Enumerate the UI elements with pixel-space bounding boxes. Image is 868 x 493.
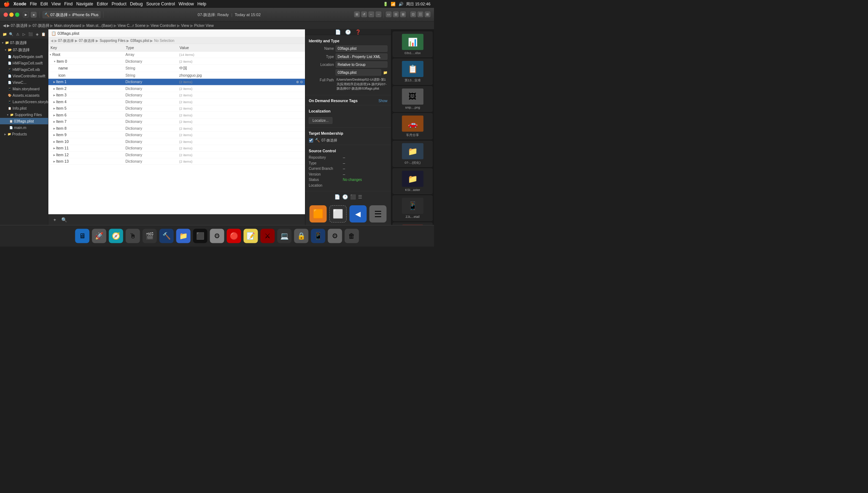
plist-row-name0[interactable]: nameString中国 — [48, 64, 305, 72]
plist-row-item0[interactable]: Item 0Dictionary(2 items) — [48, 58, 305, 65]
disclosure-closed[interactable] — [53, 140, 56, 143]
sidebar-item-launchscreen[interactable]: 📱 LaunchScreen.storyboard — [0, 99, 48, 105]
desk-icon-zjl[interactable]: 📱 ZJL...etail — [393, 196, 433, 221]
desk-icon-ksi[interactable]: 📁 KSI...aster — [393, 168, 433, 194]
dock-safari[interactable]: 🧭 — [109, 229, 123, 243]
disclosure-closed[interactable] — [53, 81, 56, 83]
sidebar-item-supporting[interactable]: ▼ 📁 Supporting Files — [0, 111, 48, 118]
dock-app4[interactable]: 💻 — [277, 229, 292, 243]
disclosure-open[interactable] — [49, 53, 52, 56]
desk-icon-car[interactable]: 🚗 车丹分享 — [393, 113, 433, 139]
dock-mouse[interactable]: 🖱 — [126, 229, 140, 243]
dock-finder[interactable]: 🖥 — [75, 229, 90, 243]
location-folder-btn[interactable]: 📁 — [383, 70, 388, 75]
plist-row-item9[interactable]: Item 9Dictionary(2 items) — [48, 131, 305, 138]
refresh-btn[interactable]: ↺ — [361, 11, 367, 17]
icon-tab-4[interactable]: ☰ — [358, 194, 362, 200]
plist-row-icon0[interactable]: iconStringzhongguo.jpg — [48, 72, 305, 79]
tool-icon-2[interactable]: ⬜ — [329, 205, 347, 222]
report-nav-btn[interactable]: 📋 — [41, 31, 46, 37]
assistant-editor-btn[interactable]: ⊟ — [393, 11, 399, 17]
row-remove-icon[interactable]: ⊖ — [300, 80, 303, 84]
disclosure-closed[interactable] — [53, 127, 56, 130]
navigator-panel-btn[interactable]: ⊡ — [410, 11, 416, 17]
row-add-icon[interactable]: ⊕ — [296, 80, 299, 84]
disclosure-closed[interactable] — [53, 94, 56, 97]
source-nav-btn[interactable]: 🔍 — [9, 31, 14, 37]
plist-nav-project[interactable]: 07-旗选择 — [58, 38, 74, 43]
navigator-toggle[interactable]: ⊞ — [354, 11, 360, 17]
disclosure-closed[interactable] — [53, 160, 56, 163]
plist-row-item10[interactable]: Item 10Dictionary(2 items) — [48, 138, 305, 145]
dock-app5[interactable]: 🔒 — [294, 229, 309, 243]
dock-files[interactable]: 📁 — [176, 229, 191, 243]
sidebar-item-hmflagscell-xib[interactable]: 📱 HMFlagsCell.xib — [0, 66, 48, 73]
test-nav-btn[interactable]: ▷ — [22, 31, 27, 37]
localize-button[interactable]: Localize... — [309, 117, 333, 124]
minimize-button[interactable] — [9, 13, 14, 17]
plist-row-item2[interactable]: Item 2Dictionary(2 items) — [48, 85, 305, 92]
dock-terminal[interactable]: ⬛ — [193, 229, 208, 243]
plist-nav-file[interactable]: 03flags.plist — [130, 39, 149, 43]
bc-picker[interactable]: Picker View — [194, 23, 214, 28]
plist-row-item13[interactable]: Item 13Dictionary(2 items) — [48, 158, 305, 165]
menu-edit[interactable]: Edit — [40, 1, 48, 6]
tool-icon-4[interactable]: ☰ — [369, 205, 386, 222]
bc-view[interactable]: View — [181, 23, 189, 28]
run-button[interactable]: ▶ — [23, 12, 29, 18]
plist-nav-btn-left[interactable]: ◀ — [51, 38, 53, 43]
sidebar-item-project-root[interactable]: ▼ 📁 07-旗选择 — [0, 39, 48, 46]
file-inspector-tab[interactable]: 📄 — [335, 29, 341, 35]
icon-tab-3[interactable]: ⬛ — [350, 194, 356, 200]
bc-base[interactable]: Main.st...(Base) — [86, 23, 113, 28]
icon-tab-1[interactable]: 📄 — [334, 194, 340, 200]
dock-prefs[interactable]: ⚙ — [210, 229, 224, 243]
breadcrumb-btn-left[interactable]: ◀ — [3, 23, 6, 28]
plist-row-item11[interactable]: Item 11Dictionary(2 items) — [48, 145, 305, 152]
plist-row-root[interactable]: RootArray(14 items) — [48, 51, 305, 58]
quick-help-tab[interactable]: ❓ — [355, 29, 361, 35]
plist-row-item7[interactable]: Item 7Dictionary(2 items) — [48, 118, 305, 125]
menu-find[interactable]: Find — [64, 1, 72, 6]
menu-help[interactable]: Help — [197, 1, 206, 6]
plist-row-item6[interactable]: Item 6Dictionary(2 items) — [48, 112, 305, 119]
dock-app7[interactable]: ⚙ — [328, 229, 342, 243]
menu-file[interactable]: File — [30, 1, 37, 6]
desk-icon-07opt[interactable]: 📁 07-...(优化) — [393, 141, 433, 167]
scheme-selector[interactable]: 🔨 07-旗选择 ▶ iPhone 6s Plus — [43, 11, 101, 18]
menu-debug[interactable]: Debug — [130, 1, 143, 6]
breadcrumb-btn-right[interactable]: ▶ — [7, 23, 10, 28]
back-btn[interactable]: ← — [368, 11, 374, 17]
bc-project[interactable]: 07-旗选择 — [11, 23, 28, 28]
target-checkbox[interactable] — [309, 138, 313, 143]
sidebar-item-03flags[interactable]: 📋 03flags.plist — [0, 118, 48, 124]
plist-nav-project2[interactable]: 07-旗选择 — [79, 38, 95, 43]
sidebar-item-viewcontroller[interactable]: 📄 ViewController.swift — [0, 73, 48, 79]
breakpoint-nav-btn[interactable]: ◈ — [34, 31, 39, 37]
stop-button[interactable]: ■ — [31, 12, 37, 18]
sidebar-item-group[interactable]: ▼ 📂 07-旗选择 — [0, 46, 48, 53]
plist-nav-supporting[interactable]: Supporting Files — [100, 39, 125, 43]
disclosure-closed[interactable] — [53, 87, 56, 90]
plist-row-item4[interactable]: Item 4Dictionary(2 items) — [48, 99, 305, 105]
sidebar-item-hmflagscell[interactable]: 📄 HMFlagsCell.swift — [0, 60, 48, 66]
version-editor-btn[interactable]: ⊞ — [400, 11, 406, 17]
disclosure-closed[interactable] — [53, 153, 56, 156]
menu-source-control[interactable]: Source Control — [146, 1, 175, 6]
plist-row-item12[interactable]: Item 12Dictionary(2 items) — [48, 152, 305, 158]
menu-product[interactable]: Product — [111, 1, 126, 6]
debug-nav-btn[interactable]: ⬛ — [28, 31, 33, 37]
disclosure-closed[interactable] — [53, 134, 56, 137]
sidebar-item-main-m[interactable]: 📄 main.m — [0, 124, 48, 131]
dock-xcode[interactable]: 🔨 — [159, 229, 174, 243]
disclosure-closed[interactable] — [53, 107, 56, 110]
desk-icon-snip[interactable]: 🖼 snip....png — [393, 86, 433, 112]
debug-area-btn[interactable]: ☷ — [418, 11, 423, 17]
forward-btn[interactable]: → — [376, 11, 381, 17]
tool-icon-1[interactable]: 🟧 — [310, 205, 327, 222]
type-select[interactable]: Default - Property List XML — [336, 54, 388, 60]
plist-nav-btn-right[interactable]: ▶ — [54, 38, 57, 43]
dock-app3[interactable]: ⚔ — [261, 229, 275, 243]
plist-row-item5[interactable]: Item 5Dictionary(2 items) — [48, 105, 305, 112]
sidebar-item-appdelegate[interactable]: 📄 AppDelegate.swift — [0, 53, 48, 60]
